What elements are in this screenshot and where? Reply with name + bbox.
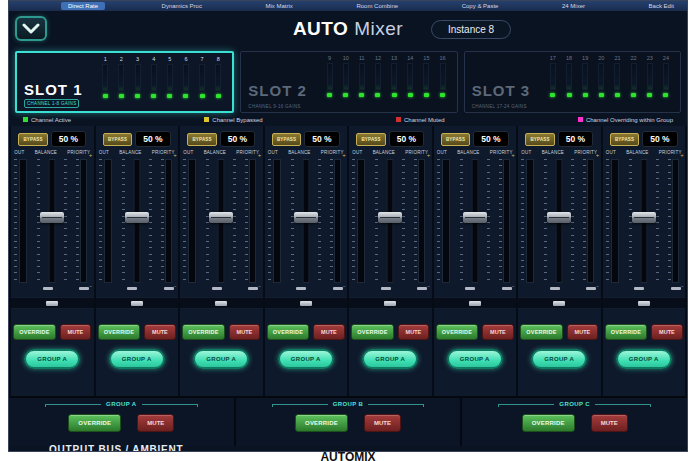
mute-button[interactable]: MUTE — [482, 324, 514, 340]
bypass-button[interactable]: BYPASS — [18, 133, 47, 146]
priority-label: PRIORITY — [236, 150, 259, 155]
gain-value[interactable]: 50 % — [304, 131, 339, 147]
bypass-button[interactable]: BYPASS — [441, 133, 470, 146]
top-menu-bar: Direct RateDynamics ProcMix MatrixRoom C… — [9, 1, 687, 11]
group-assign-button[interactable]: GROUP A — [193, 349, 249, 369]
gain-value[interactable]: 50 % — [642, 131, 677, 147]
bypass-button[interactable]: BYPASS — [187, 133, 216, 146]
top-menu-item[interactable]: 24 Mixer — [555, 2, 592, 10]
group-assign-button[interactable]: GROUP A — [616, 349, 672, 369]
group-assign-button[interactable]: GROUP A — [531, 349, 587, 369]
top-menu-item[interactable]: Room Combine — [349, 2, 405, 10]
horizontal-slider-handle[interactable] — [638, 301, 650, 306]
balance-fader-handle[interactable] — [125, 212, 149, 223]
priority-fader-track[interactable] — [249, 159, 256, 283]
top-menu-item[interactable]: Direct Rate — [61, 2, 105, 10]
balance-label: BALANCE — [119, 150, 141, 155]
channel-active-led — [375, 93, 380, 97]
override-button[interactable]: OVERRIDE — [520, 324, 562, 340]
priority-fader-track[interactable] — [334, 159, 341, 283]
balance-fader-handle[interactable] — [209, 212, 233, 223]
channel-meter — [550, 63, 556, 90]
top-menu-item[interactable]: Copy & Paste — [455, 2, 506, 10]
horizontal-slider-handle[interactable] — [215, 301, 227, 306]
priority-fader-track[interactable] — [587, 159, 594, 283]
slots-row: SLOT 1CHANNEL 1-8 GAINS12345678SLOT 2CHA… — [9, 51, 687, 113]
channel-number: 2 — [120, 56, 123, 62]
balance-fader-handle[interactable] — [378, 212, 402, 223]
group-mute-button[interactable]: MUTE — [364, 414, 401, 432]
channel-active-led — [392, 93, 397, 97]
override-button[interactable]: OVERRIDE — [182, 324, 224, 340]
balance-fader-handle[interactable] — [632, 212, 656, 223]
group-override-button[interactable]: OVERRIDE — [295, 414, 348, 432]
mute-button[interactable]: MUTE — [144, 324, 176, 340]
balance-min-marker — [43, 287, 53, 290]
balance-fader-handle[interactable] — [40, 212, 64, 223]
priority-fader-track[interactable] — [418, 159, 425, 283]
gain-value[interactable]: 50 % — [220, 131, 255, 147]
mute-button[interactable]: MUTE — [651, 324, 683, 340]
mute-button[interactable]: MUTE — [567, 324, 599, 340]
balance-fader-handle[interactable] — [547, 212, 571, 223]
out-label: OUT — [14, 150, 24, 155]
top-menu-item[interactable]: Back Edit — [642, 2, 681, 10]
balance-fader-handle[interactable] — [294, 212, 318, 223]
top-menu-item[interactable]: Mix Matrix — [259, 2, 300, 10]
gain-value[interactable]: 50 % — [135, 131, 170, 147]
mute-button[interactable]: MUTE — [229, 324, 261, 340]
horizontal-slider-handle[interactable] — [553, 301, 565, 306]
bypass-button[interactable]: BYPASS — [525, 133, 554, 146]
channel-active-led — [135, 94, 140, 98]
priority-label: PRIORITY — [321, 150, 344, 155]
slot-panel-2[interactable]: SLOT 2CHANNEL 9-16 GAINS910111213141516 — [240, 51, 457, 113]
override-button[interactable]: OVERRIDE — [13, 324, 55, 340]
bypass-button[interactable]: BYPASS — [103, 133, 132, 146]
group-assign-button[interactable]: GROUP A — [24, 349, 80, 369]
slot-panel-3[interactable]: SLOT 3CHANNEL 17-24 GAINS171819202122232… — [464, 51, 681, 113]
group-override-button[interactable]: OVERRIDE — [68, 414, 121, 432]
mute-button[interactable]: MUTE — [398, 324, 430, 340]
priority-fader-track[interactable] — [80, 159, 87, 283]
instance-button[interactable]: Instance 8 — [431, 20, 511, 39]
balance-fader-handle[interactable] — [463, 212, 487, 223]
override-button[interactable]: OVERRIDE — [436, 324, 478, 340]
bypass-button[interactable]: BYPASS — [610, 133, 639, 146]
gain-value[interactable]: 50 % — [389, 131, 424, 147]
horizontal-slider-handle[interactable] — [469, 301, 481, 306]
horizontal-slider-handle[interactable] — [46, 301, 58, 306]
horizontal-slider-handle[interactable] — [131, 301, 143, 306]
group-override-button[interactable]: OVERRIDE — [522, 414, 575, 432]
mute-button[interactable]: MUTE — [313, 324, 345, 340]
group-assign-button[interactable]: GROUP A — [109, 349, 165, 369]
priority-fader-track[interactable] — [672, 159, 679, 283]
channel-meter — [215, 64, 221, 91]
override-button[interactable]: OVERRIDE — [351, 324, 393, 340]
override-button[interactable]: OVERRIDE — [267, 324, 309, 340]
group-assign-button[interactable]: GROUP A — [447, 349, 503, 369]
group-assign-button[interactable]: GROUP A — [362, 349, 418, 369]
priority-fader-track[interactable] — [503, 159, 510, 283]
priority-fader-track[interactable] — [165, 159, 172, 283]
gain-value[interactable]: 50 % — [51, 131, 86, 147]
mute-button[interactable]: MUTE — [60, 324, 92, 340]
bypass-button[interactable]: BYPASS — [356, 133, 385, 146]
gain-value[interactable]: 50 % — [558, 131, 593, 147]
balance-min-marker — [381, 287, 391, 290]
gain-value[interactable]: 50 % — [473, 131, 508, 147]
group-mute-button[interactable]: MUTE — [137, 414, 174, 432]
bypass-button[interactable]: BYPASS — [272, 133, 301, 146]
out-label: OUT — [606, 150, 616, 155]
channel-number: 4 — [152, 56, 155, 62]
group-mute-button[interactable]: MUTE — [591, 414, 628, 432]
top-menu-item[interactable]: Dynamics Proc — [155, 2, 209, 10]
group-panel-2: GROUP BOVERRIDEMUTE — [234, 398, 461, 446]
horizontal-slider-handle[interactable] — [300, 301, 312, 306]
horizontal-slider-handle[interactable] — [384, 301, 396, 306]
override-button[interactable]: OVERRIDE — [98, 324, 140, 340]
group-assign-button[interactable]: GROUP A — [278, 349, 334, 369]
slot-panel-1[interactable]: SLOT 1CHANNEL 1-8 GAINS12345678 — [15, 51, 234, 113]
override-button[interactable]: OVERRIDE — [605, 324, 647, 340]
channel-active-led — [631, 93, 636, 97]
channel-strips: BYPASS50 %OUTBALANCEPRIORITY+−OVERRIDEMU… — [9, 126, 687, 396]
